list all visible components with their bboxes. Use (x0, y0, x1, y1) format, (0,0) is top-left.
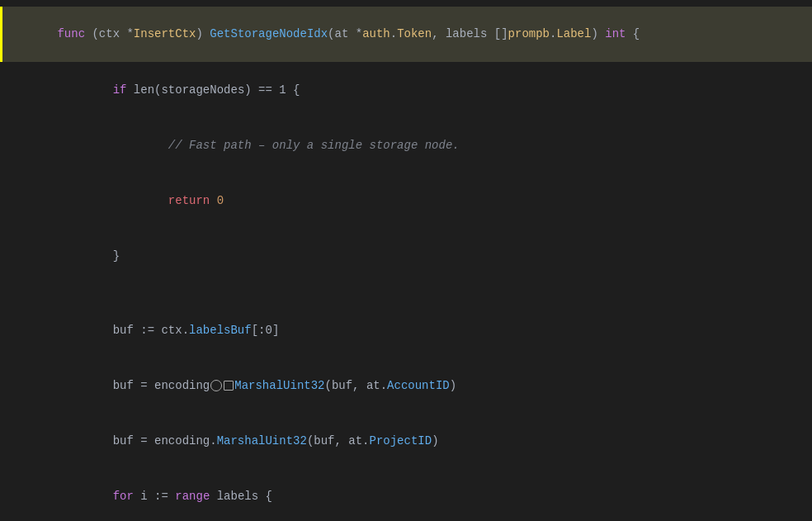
keyword-func: func (57, 27, 85, 40)
code-line-10: for i := range labels { (0, 469, 812, 521)
code-line-2: if len(storageNodes) == 1 { (0, 62, 812, 117)
code-line-6 (0, 284, 812, 302)
code-line-9: buf = encoding.MarshalUint32(buf, at.Pro… (0, 414, 812, 469)
code-line-1: func (ctx *InsertCtx) GetStorageNodeIdx(… (0, 7, 812, 62)
code-container: func (ctx *InsertCtx) GetStorageNodeIdx(… (0, 0, 812, 521)
code-line-7: buf := ctx.labelsBuf[:0] (0, 302, 812, 358)
code-line-8: buf = encodingMarshalUint32(buf, at.Acco… (0, 358, 812, 413)
cursor-box-icon (224, 381, 234, 391)
cursor-circle-icon (210, 380, 222, 391)
code-line-5: } (0, 229, 812, 284)
keyword-int: int (605, 27, 626, 40)
code-line-4: return 0 (0, 173, 812, 229)
code-line-3: // Fast path – only a single storage nod… (0, 117, 812, 173)
